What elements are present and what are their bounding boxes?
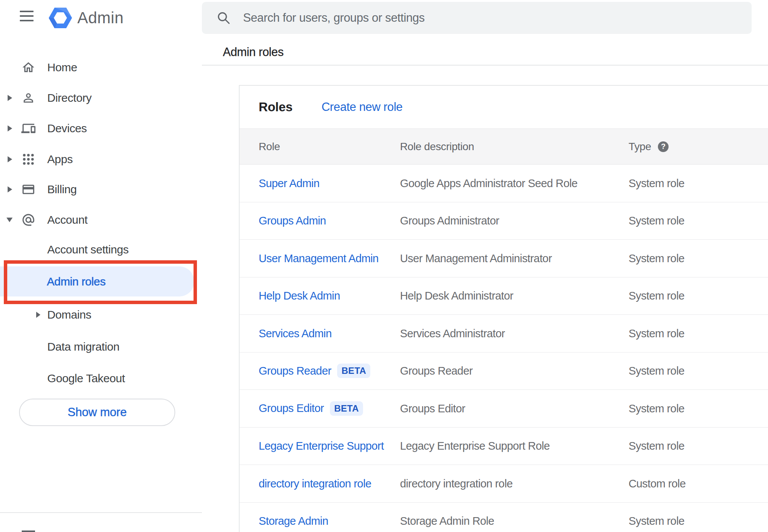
role-link[interactable]: Super Admin	[259, 177, 319, 189]
chevron-down-icon[interactable]	[6, 218, 13, 222]
create-new-role-link[interactable]: Create new role	[322, 100, 403, 114]
role-description: User Management Administrator	[400, 252, 552, 264]
beta-badge: BETA	[330, 401, 363, 416]
apps-icon	[21, 152, 35, 167]
table-row: User Management Admin User Management Ad…	[240, 240, 768, 277]
sidebar-item-admin-roles[interactable]: Admin roles	[0, 266, 194, 296]
show-more-button[interactable]: Show more	[19, 399, 175, 426]
show-more-label: Show more	[68, 405, 127, 419]
sidebar-item-label: Apps	[47, 153, 73, 166]
role-description: Groups Administrator	[400, 215, 499, 227]
role-link[interactable]: Groups Reader	[259, 365, 331, 377]
role-link[interactable]: Storage Admin	[259, 515, 328, 527]
chevron-right-icon[interactable]	[8, 186, 12, 192]
role-link[interactable]: Services Admin	[259, 327, 331, 340]
role-description: directory integration role	[400, 477, 513, 490]
table-row: directory integration role directory int…	[240, 465, 768, 503]
roles-panel: Roles Create new role Role Role descript…	[239, 85, 768, 532]
role-description: Help Desk Administrator	[400, 290, 513, 302]
breadcrumb: Admin roles	[223, 45, 283, 59]
role-description: Legacy Enterprise Support Role	[400, 440, 550, 452]
role-link[interactable]: Groups Editor	[259, 402, 324, 415]
role-description: Groups Editor	[400, 402, 465, 415]
billing-icon	[21, 183, 35, 197]
role-link[interactable]: directory integration role	[259, 477, 371, 490]
role-type: System role	[629, 365, 685, 377]
table-row: Groups Reader BETA Groups Reader System …	[240, 353, 768, 390]
role-link[interactable]: Groups Admin	[259, 215, 326, 227]
chevron-right-icon[interactable]	[36, 312, 40, 318]
role-type: System role	[629, 290, 685, 302]
table-row: Groups Editor BETA Groups Editor System …	[240, 390, 768, 428]
roles-panel-header: Roles Create new role	[240, 86, 768, 128]
admin-logo: Admin	[49, 8, 124, 28]
sidebar-item-account[interactable]: Account	[0, 205, 202, 235]
search-input[interactable]: Search for users, groups or settings	[202, 2, 752, 34]
table-row: Storage Admin Storage Admin Role System …	[240, 503, 768, 532]
role-description: Storage Admin Role	[400, 515, 494, 527]
sidebar-item-google-takeout[interactable]: Google Takeout	[0, 363, 202, 394]
column-header-description: Role description	[400, 141, 474, 153]
sidebar-item-billing[interactable]: Billing	[0, 174, 202, 205]
role-type: System role	[629, 402, 685, 415]
role-type: System role	[629, 440, 685, 452]
sidebar-item-label: Devices	[47, 122, 87, 135]
sidebar-item-label: Account	[47, 213, 88, 226]
table-row: Services Admin Services Administrator Sy…	[240, 315, 768, 353]
sidebar-item-label: Admin roles	[47, 275, 106, 288]
role-type: System role	[629, 515, 685, 527]
role-type: System role	[629, 327, 685, 340]
home-icon	[21, 61, 35, 75]
panel-title: Roles	[259, 100, 293, 114]
help-icon[interactable]: ?	[658, 141, 669, 152]
search-placeholder: Search for users, groups or settings	[243, 11, 425, 25]
menu-icon[interactable]	[20, 11, 34, 22]
sidebar-item-domains[interactable]: Domains	[0, 300, 202, 330]
sidebar-item-devices[interactable]: Devices	[0, 113, 202, 144]
role-description: Services Administrator	[400, 327, 505, 340]
table-header: Role Role description Type ?	[240, 128, 768, 165]
sidebar-item-label: Home	[47, 61, 77, 74]
sidebar-item-account-settings[interactable]: Account settings	[0, 234, 202, 265]
table-row: Super Admin Google Apps Administrator Se…	[240, 165, 768, 202]
sidebar-item-label: Google Takeout	[47, 372, 125, 385]
table-row: Groups Admin Groups Administrator System…	[240, 202, 768, 240]
role-description: Google Apps Administrator Seed Role	[400, 177, 578, 189]
at-icon	[21, 213, 35, 227]
sidebar-item-label: Billing	[47, 183, 77, 196]
column-header-role: Role	[259, 141, 280, 153]
admin-logo-icon	[49, 8, 72, 28]
sidebar-item-label: Account settings	[47, 243, 129, 256]
sidebar-item-apps[interactable]: Apps	[0, 144, 202, 175]
role-link[interactable]: Legacy Enterprise Support	[259, 440, 384, 452]
role-type: System role	[629, 177, 685, 189]
chevron-right-icon[interactable]	[8, 95, 12, 101]
chevron-right-icon[interactable]	[8, 156, 12, 162]
table-row: Legacy Enterprise Support Legacy Enterpr…	[240, 428, 768, 465]
role-type: Custom role	[629, 477, 686, 490]
role-type: System role	[629, 252, 685, 264]
sidebar-item-data-migration[interactable]: Data migration	[0, 332, 202, 362]
column-header-type: Type ?	[629, 141, 669, 153]
sidebar-item-directory[interactable]: Directory	[0, 83, 202, 113]
sidebar-item-label: Directory	[47, 91, 91, 104]
partial-icon	[22, 530, 35, 532]
logo-text: Admin	[77, 9, 124, 27]
sidebar-item-home[interactable]: Home	[0, 52, 202, 83]
role-type: System role	[629, 215, 685, 227]
role-link[interactable]: User Management Admin	[259, 252, 379, 264]
role-description: Groups Reader	[400, 365, 472, 377]
chevron-right-icon[interactable]	[8, 125, 12, 131]
table-row: Help Desk Admin Help Desk Administrator …	[240, 277, 768, 315]
sidebar-divider	[0, 512, 202, 513]
beta-badge: BETA	[337, 364, 370, 378]
sidebar-item-label: Data migration	[47, 340, 120, 353]
header-divider	[202, 65, 768, 66]
person-icon	[21, 91, 35, 105]
search-icon	[216, 11, 231, 25]
role-link[interactable]: Help Desk Admin	[259, 290, 340, 302]
devices-icon	[21, 122, 35, 136]
sidebar-item-label: Domains	[47, 308, 91, 321]
